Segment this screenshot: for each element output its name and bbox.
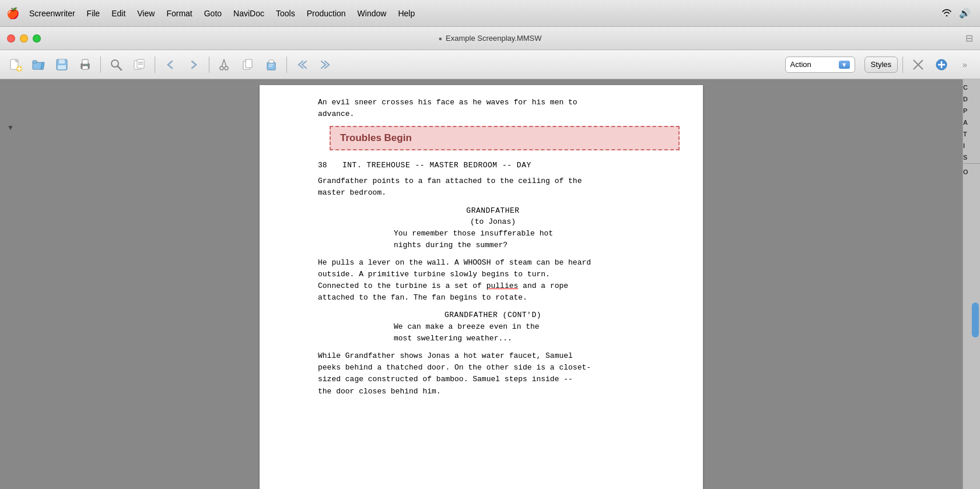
menu-navidoc[interactable]: NaviDoc <box>228 0 270 27</box>
menu-help[interactable]: Help <box>392 0 421 27</box>
collapse-triangle[interactable]: ▼ <box>7 124 14 132</box>
sidebar-letter-A[interactable]: A <box>963 119 980 126</box>
svg-point-21 <box>220 66 223 70</box>
script-page: An evil sneer crosses his face as he wav… <box>260 85 703 489</box>
svg-rect-26 <box>246 59 252 68</box>
svg-rect-5 <box>33 62 42 69</box>
svg-point-22 <box>225 66 228 70</box>
more-button[interactable]: » <box>954 54 975 75</box>
menu-edit[interactable]: Edit <box>106 0 131 27</box>
sidebar-letter-O[interactable]: O <box>963 168 980 175</box>
sidebar-letter-S[interactable]: S <box>963 154 980 164</box>
paren-1: (to Jonas) <box>318 216 668 228</box>
char-name-1: GRANDFATHER <box>318 205 668 217</box>
sidebar-letter-C[interactable]: C <box>963 84 980 91</box>
svg-point-14 <box>87 64 88 65</box>
forward-button[interactable] <box>183 54 204 75</box>
save-button[interactable] <box>51 54 72 75</box>
sidebar-letter-D[interactable]: D <box>963 96 980 103</box>
copy-button[interactable] <box>237 54 258 75</box>
toolbar: Action ▼ Styles » <box>0 50 980 79</box>
titlebar: ● Example Screenplay.MMSW ⊟ <box>0 27 980 50</box>
prev-scene-button[interactable] <box>292 54 313 75</box>
svg-line-23 <box>222 59 224 67</box>
action-block-1: Grandfather points to a fan attached to … <box>318 175 668 199</box>
copy-format-button[interactable] <box>129 54 150 75</box>
dialogue-1: You remember those insufferable hot nigh… <box>394 228 592 251</box>
svg-rect-6 <box>33 61 37 63</box>
resize-icon[interactable]: ⊟ <box>965 33 973 44</box>
new-button[interactable] <box>5 54 26 75</box>
next-scene-button[interactable] <box>315 54 336 75</box>
scrollbar-track[interactable] <box>963 178 980 489</box>
apple-logo-icon[interactable]: 🍎 <box>5 0 21 27</box>
menu-production[interactable]: Production <box>301 0 352 27</box>
styles-button[interactable]: Styles <box>864 57 898 73</box>
script-area[interactable]: ▼ An evil sneer crosses his face as he w… <box>0 79 963 489</box>
menu-format[interactable]: Format <box>160 0 198 27</box>
cut-icon-tb[interactable] <box>908 54 929 75</box>
close-button[interactable] <box>7 34 15 43</box>
menu-system-icons: 🔊 <box>942 8 975 19</box>
char-name-2: GRANDFATHER (CONT'D) <box>318 309 668 321</box>
separator-2 <box>155 57 155 73</box>
pullies-underline: pullies <box>487 282 519 290</box>
style-dropdown-arrow: ▼ <box>839 61 850 69</box>
volume-icon: 🔊 <box>959 8 971 19</box>
find-button[interactable] <box>106 54 127 75</box>
main-content: ▼ An evil sneer crosses his face as he w… <box>0 79 980 489</box>
svg-rect-13 <box>82 66 88 69</box>
sidebar-letter-I[interactable]: I <box>963 142 980 149</box>
window-title-text: Example Screenplay.MMSW <box>446 34 541 43</box>
paste-button[interactable] <box>261 54 282 75</box>
style-label: Action <box>790 60 811 69</box>
style-dropdown[interactable]: Action ▼ <box>785 57 855 73</box>
menu-view[interactable]: View <box>131 0 160 27</box>
print-button[interactable] <box>75 54 96 75</box>
separator-4 <box>286 57 287 73</box>
open-button[interactable] <box>28 54 49 75</box>
svg-rect-9 <box>59 59 65 64</box>
intro-action: An evil sneer crosses his face as he wav… <box>318 97 668 120</box>
menu-screenwriter[interactable]: Screenwriter <box>23 0 81 27</box>
svg-rect-12 <box>82 59 88 64</box>
sidebar-letter-P[interactable]: P <box>963 107 980 114</box>
menu-file[interactable]: File <box>81 0 106 27</box>
menubar: 🍎 Screenwriter File Edit View Format Got… <box>0 0 980 27</box>
menu-goto[interactable]: Goto <box>198 0 228 27</box>
action-block-3: While Grandfather shows Jonas a hot wate… <box>318 350 668 397</box>
svg-line-24 <box>224 59 226 67</box>
scrollbar-thumb[interactable] <box>972 302 979 337</box>
sidebar-letter-T[interactable]: T <box>963 131 980 138</box>
wifi-icon <box>942 8 952 19</box>
svg-rect-10 <box>58 65 66 69</box>
menu-window[interactable]: Window <box>352 0 393 27</box>
minimize-button[interactable] <box>20 34 28 43</box>
act-header: Troubles Begin <box>318 126 668 150</box>
act-header-text: Troubles Begin <box>340 132 412 143</box>
styles-label: Styles <box>871 60 891 69</box>
window-title: ● Example Screenplay.MMSW <box>438 34 541 43</box>
maximize-button[interactable] <box>33 34 41 43</box>
document-icon: ● <box>438 35 442 42</box>
menu-tools[interactable]: Tools <box>270 0 301 27</box>
action-block-2: He pulls a lever on the wall. A WHOOSH o… <box>318 257 668 304</box>
scene-heading-38: 38 INT. TREEHOUSE -- MASTER BEDROOM -- D… <box>318 160 668 171</box>
svg-line-16 <box>118 66 121 70</box>
separator-5 <box>902 57 903 73</box>
add-tb[interactable] <box>931 54 952 75</box>
back-button[interactable] <box>160 54 181 75</box>
right-panel: C D P A T I S O <box>963 79 980 489</box>
separator-3 <box>209 57 209 73</box>
traffic-lights <box>7 34 41 43</box>
dialogue-2: We can make a breeze even in the most sw… <box>394 321 592 344</box>
separator-1 <box>100 57 101 73</box>
act-header-box: Troubles Begin <box>330 126 680 150</box>
cut-button[interactable] <box>214 54 235 75</box>
scene-number-38: 38 <box>318 160 335 171</box>
scene-heading-text-38: INT. TREEHOUSE -- MASTER BEDROOM -- DAY <box>342 160 531 171</box>
svg-rect-28 <box>269 60 274 63</box>
